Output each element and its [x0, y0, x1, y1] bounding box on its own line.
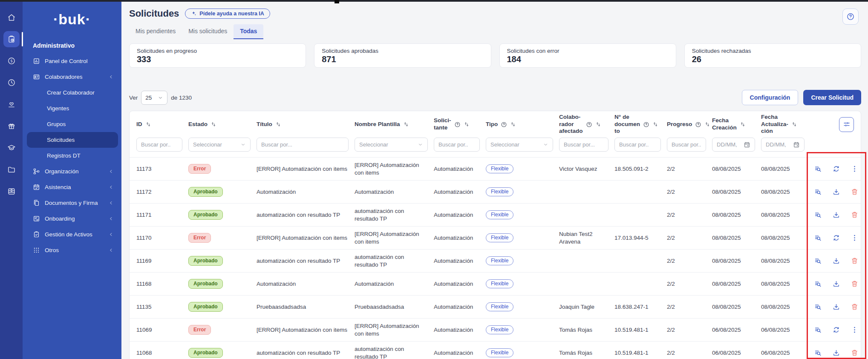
download-icon — [832, 303, 840, 311]
retry-button[interactable] — [832, 234, 841, 242]
filter-select[interactable]: Seleccionar — [188, 138, 251, 152]
chevron-collapse-icon — [108, 232, 114, 237]
table-row[interactable]: 11172AprobadoAutomatizaciónAutomatizació… — [130, 180, 861, 203]
sidebar-item-solicitudes[interactable]: Solicitudes — [27, 132, 118, 148]
sidebar-item-registros-dt[interactable]: Registros DT — [27, 148, 118, 164]
view-details-button[interactable] — [814, 188, 822, 196]
sidebar-item-otros[interactable]: Otros — [27, 242, 118, 258]
retry-button[interactable] — [832, 326, 841, 334]
create-request-button[interactable]: Crear Solicitud — [803, 90, 861, 105]
rail-item-clipboard-clock[interactable] — [3, 31, 20, 47]
calendar-icon — [793, 141, 800, 148]
download-button[interactable] — [832, 211, 841, 219]
view-details-button[interactable] — [814, 326, 822, 334]
filter-date-input[interactable]: DD/MM, — [761, 138, 805, 152]
rail-item-archive[interactable] — [3, 183, 20, 199]
tab-mis-solicitudes[interactable]: Mis solicitudes — [182, 24, 234, 39]
tab-mis-pendientes[interactable]: Mis pendientes — [129, 24, 182, 39]
table-row[interactable]: 11171Aprobadoautomatización con resultad… — [130, 203, 861, 226]
filter-text-input[interactable] — [257, 138, 349, 152]
filter-date-input[interactable]: DD/MM, — [712, 138, 755, 152]
table-row[interactable]: 11168AprobadoAutomatizaciónAutomatizació… — [130, 272, 861, 295]
sidebar-item-onboarding[interactable]: Onboarding — [27, 211, 118, 227]
sidebar-item-documentos-y-firma[interactable]: Documentos y Firma — [27, 195, 118, 211]
filter-text-input[interactable] — [136, 138, 182, 152]
table-row[interactable]: 11173Error[ERROR] Automatización con ite… — [130, 157, 861, 180]
rail-item-coin[interactable]: $ — [3, 53, 20, 69]
stat-value: 184 — [507, 55, 669, 64]
view-details-button[interactable] — [814, 211, 822, 219]
cell-progreso: 2/2 — [667, 188, 712, 196]
tab-todas[interactable]: Todas — [234, 24, 263, 39]
view-details-button[interactable] — [814, 303, 822, 311]
row-menu-button[interactable] — [851, 165, 859, 173]
cell-tipo: Flexible — [486, 302, 559, 312]
rail-item-hand-heart[interactable] — [3, 96, 20, 112]
help-button[interactable] — [842, 9, 859, 25]
cell-estado: Error — [188, 325, 257, 335]
view-details-button[interactable] — [814, 165, 822, 173]
cell-estado: Aprobado — [188, 302, 257, 312]
filter-select[interactable]: Seleccionar — [486, 138, 553, 152]
filter-text-input[interactable] — [559, 138, 608, 152]
row-menu-button[interactable] — [851, 234, 859, 242]
view-details-button[interactable] — [814, 257, 822, 265]
ai-help-label: Pídele ayuda a nuestra IA — [199, 11, 264, 17]
sidebar-item-vigentes[interactable]: Vigentes — [27, 101, 118, 116]
delete-button[interactable] — [851, 257, 859, 265]
browser-top-strip — [0, 0, 868, 2]
delete-button[interactable] — [851, 280, 859, 288]
table-row[interactable]: 11170Error[ERROR] Automatización con ite… — [130, 226, 861, 249]
view-details-button[interactable] — [814, 280, 822, 288]
type-chip: Flexible — [486, 210, 513, 220]
rail-item-graduation-cap[interactable] — [3, 140, 20, 156]
sidebar-item-panel-de-control[interactable]: Panel de Control — [27, 53, 118, 69]
cell-solicitante: Automatización — [434, 326, 486, 334]
sidebar-item-grupos[interactable]: Grupos — [27, 116, 118, 132]
row-menu-button[interactable] — [851, 326, 859, 334]
table-row[interactable]: 11068Aprobadoautomatización con resultad… — [130, 341, 861, 359]
page-size-select[interactable]: 25 — [141, 91, 167, 105]
filter-select[interactable]: Seleccionar — [355, 138, 428, 152]
download-button[interactable] — [832, 280, 841, 288]
column-settings-button[interactable] — [839, 117, 854, 132]
sidebar-item-organizaci-n[interactable]: Organización — [27, 164, 118, 179]
gift-icon — [7, 122, 16, 130]
sidebar-item-gesti-n-de-activos[interactable]: Gestión de Activos — [27, 227, 118, 242]
cell-documento: 17.013.944-5 — [614, 234, 667, 242]
download-button[interactable] — [832, 188, 841, 196]
ai-help-button[interactable]: Pídele ayuda a nuestra IA — [185, 9, 270, 19]
rail-item-home[interactable] — [3, 9, 20, 26]
delete-button[interactable] — [851, 188, 859, 196]
delete-button[interactable] — [851, 303, 859, 311]
table-row[interactable]: 11135AprobadoPruebaasdadsadsaPruebaasdad… — [130, 295, 861, 318]
download-button[interactable] — [832, 257, 841, 265]
sidebar-item-label: Panel de Control — [45, 58, 88, 64]
delete-button[interactable] — [851, 349, 859, 357]
sidebar-item-colaboradores[interactable]: Colaboradores — [27, 69, 118, 85]
cell-estado: Aprobado — [188, 348, 257, 358]
table-row[interactable]: 11069Error[ERROR] Automatización con ite… — [130, 318, 861, 341]
table-row[interactable]: 11169Aprobadoautomatización con resultad… — [130, 249, 861, 272]
rail-item-clock[interactable] — [3, 75, 20, 91]
filter-text-input[interactable] — [614, 138, 661, 152]
retry-button[interactable] — [832, 165, 841, 173]
cell-colaborador: Tomás Rojas — [559, 349, 614, 357]
sidebar-item-label: Vigentes — [47, 105, 69, 112]
sidebar-item-asistencia[interactable]: Asistencia — [27, 179, 118, 195]
retry-icon — [832, 234, 840, 242]
download-button[interactable] — [832, 349, 841, 357]
column-header-label: Estado — [188, 121, 208, 128]
delete-button[interactable] — [851, 211, 859, 219]
filter-text-input[interactable] — [434, 138, 480, 152]
download-button[interactable] — [832, 303, 841, 311]
sidebar-section-label: Administrativo — [23, 28, 121, 49]
configuration-button[interactable]: Configuración — [742, 90, 799, 105]
filter-text-input[interactable] — [667, 138, 706, 152]
rail-item-gift[interactable] — [3, 118, 20, 134]
view-details-button[interactable] — [814, 349, 822, 357]
filter-cell — [257, 138, 355, 152]
view-details-button[interactable] — [814, 234, 822, 242]
rail-item-folder[interactable] — [3, 161, 20, 178]
sidebar-item-crear-colaborador[interactable]: Crear Colaborador — [27, 85, 118, 101]
